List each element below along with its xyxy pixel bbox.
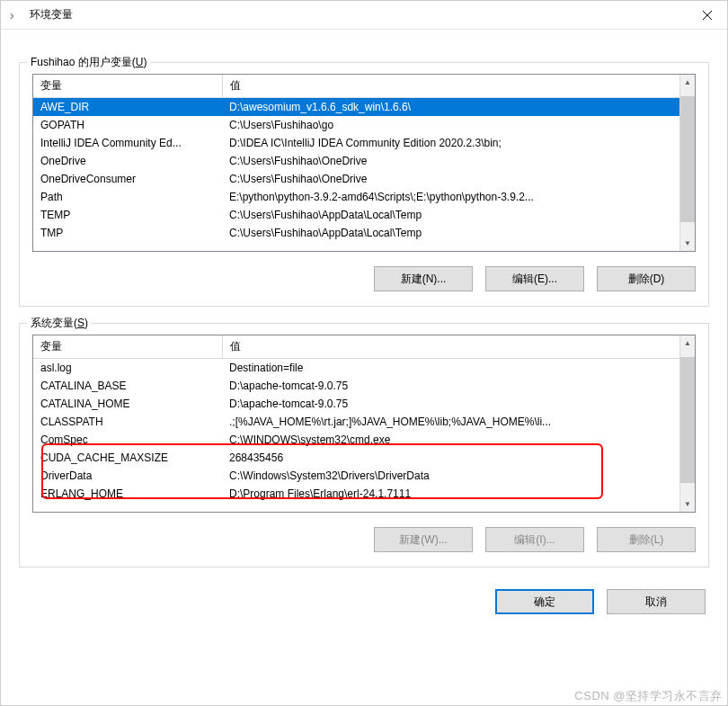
titlebar: › 环境变量 — [1, 1, 727, 30]
cell-var: TMP — [33, 224, 222, 242]
sys-col-var[interactable]: 变量 — [33, 335, 222, 359]
cell-val: D:\awesomium_v1.6.6_sdk_win\1.6.6\ — [222, 98, 679, 117]
scroll-down-icon[interactable]: ▼ — [680, 496, 695, 512]
cell-val: .;[%JAVA_HOME%\rt.jar;]%JAVA_HOME%\lib;%… — [222, 413, 679, 431]
cell-var: ERLANG_HOME — [33, 485, 222, 503]
cell-val: C:\Windows\System32\Drivers\DriverData — [222, 467, 679, 485]
table-row[interactable]: CLASSPATH.;[%JAVA_HOME%\rt.jar;]%JAVA_HO… — [33, 413, 679, 431]
cell-var: CUDA_CACHE_MAXSIZE — [33, 449, 222, 467]
scroll-thumb[interactable] — [680, 96, 695, 222]
table-row[interactable]: OneDriveC:\Users\Fushihao\OneDrive — [33, 152, 679, 170]
table-row[interactable]: DriverDataC:\Windows\System32\Drivers\Dr… — [33, 467, 679, 485]
cell-var: TEMP — [33, 206, 222, 224]
user-vars-table-scroll[interactable]: 变量 值 AWE_DIRD:\awesomium_v1.6.6_sdk_win\… — [33, 75, 679, 251]
cell-var: OneDrive — [33, 152, 222, 170]
cell-var: GOPATH — [33, 116, 222, 134]
table-row[interactable]: PathE:\python\python-3.9.2-amd64\Scripts… — [33, 188, 679, 206]
table-row[interactable]: asl.logDestination=file — [33, 359, 679, 378]
user-vars-group: Fushihao 的用户变量(U) 变量 值 AWE_DIRD:\awesomi… — [19, 62, 709, 307]
cell-var: Path — [33, 188, 222, 206]
table-row[interactable]: OneDriveConsumerC:\Users\Fushihao\OneDri… — [33, 170, 679, 188]
cancel-button[interactable]: 取消 — [607, 589, 706, 614]
user-buttons: 新建(N)... 编辑(E)... 删除(D) — [32, 266, 696, 291]
cell-val: Destination=file — [222, 359, 679, 378]
scroll-down-icon[interactable]: ▼ — [680, 236, 695, 251]
cell-val: D:\Program Files\Erlang\erl-24.1.7111 — [222, 485, 679, 503]
cell-var: CATALINA_BASE — [33, 377, 222, 395]
table-row[interactable]: CATALINA_BASED:\apache-tomcat-9.0.75 — [33, 377, 679, 395]
cell-var: asl.log — [33, 359, 222, 378]
cell-var: OneDriveConsumer — [33, 170, 222, 188]
cell-val: E:\python\python-3.9.2-amd64\Scripts\;E:… — [222, 188, 679, 206]
window-title: 环境变量 — [30, 7, 73, 22]
cell-val: 268435456 — [222, 449, 679, 467]
sys-vars-table-scroll[interactable]: 变量 值 asl.logDestination=fileCATALINA_BAS… — [33, 335, 679, 512]
sys-vars-table-wrap: 变量 值 asl.logDestination=fileCATALINA_BAS… — [32, 335, 696, 513]
table-row[interactable]: ERLANG_HOMED:\Program Files\Erlang\erl-2… — [33, 485, 679, 503]
cell-val: D:\IDEA IC\IntelliJ IDEA Community Editi… — [222, 134, 679, 152]
ok-button[interactable]: 确定 — [495, 589, 594, 614]
sys-buttons: 新建(W)... 编辑(I)... 删除(L) — [32, 527, 696, 552]
cell-var: ComSpec — [33, 431, 222, 449]
user-vars-label: Fushihao 的用户变量(U) — [27, 55, 150, 70]
cell-val: C:\Users\Fushihao\OneDrive — [222, 170, 679, 188]
user-new-button[interactable]: 新建(N)... — [374, 266, 473, 291]
close-button[interactable] — [687, 1, 727, 30]
table-row[interactable]: TEMPC:\Users\Fushihao\AppData\Local\Temp — [33, 206, 679, 224]
close-icon — [703, 11, 712, 20]
cell-val: C:\WINDOWS\system32\cmd.exe — [222, 431, 679, 449]
cell-val: D:\apache-tomcat-9.0.75 — [222, 395, 679, 413]
cell-val: C:\Users\Fushihao\OneDrive — [222, 152, 679, 170]
cell-var: CATALINA_HOME — [33, 395, 222, 413]
cell-val: C:\Users\Fushihao\AppData\Local\Temp — [222, 206, 679, 224]
user-delete-button[interactable]: 删除(D) — [597, 266, 696, 291]
sys-col-val[interactable]: 值 — [222, 335, 679, 359]
cell-var: CLASSPATH — [33, 413, 222, 431]
sys-edit-button[interactable]: 编辑(I)... — [485, 527, 584, 552]
table-row[interactable]: CUDA_CACHE_MAXSIZE268435456 — [33, 449, 679, 467]
table-row[interactable]: GOPATHC:\Users\Fushihao\go — [33, 116, 679, 134]
sys-vars-label: 系统变量(S) — [27, 316, 92, 331]
sys-delete-button[interactable]: 删除(L) — [597, 527, 696, 552]
cell-val: D:\apache-tomcat-9.0.75 — [222, 377, 679, 395]
table-row[interactable]: CATALINA_HOMED:\apache-tomcat-9.0.75 — [33, 395, 679, 413]
table-row[interactable]: TMPC:\Users\Fushihao\AppData\Local\Temp — [33, 224, 679, 242]
sys-new-button[interactable]: 新建(W)... — [374, 527, 473, 552]
footer-buttons: 确定 取消 — [19, 589, 709, 614]
sys-vars-group: 系统变量(S) 变量 值 asl.logDestination=fileCATA… — [19, 323, 709, 567]
back-arrow-icon: › — [10, 8, 24, 22]
table-row[interactable]: IntelliJ IDEA Community Ed...D:\IDEA IC\… — [33, 134, 679, 152]
cell-var: AWE_DIR — [33, 98, 222, 117]
cell-val: C:\Users\Fushihao\go — [222, 116, 679, 134]
env-vars-dialog: › 环境变量 Fushihao 的用户变量(U) 变量 值 — [0, 0, 728, 706]
cell-val: C:\Users\Fushihao\AppData\Local\Temp — [222, 224, 679, 242]
dialog-content: Fushihao 的用户变量(U) 变量 值 AWE_DIRD:\awesomi… — [1, 30, 727, 705]
user-col-var[interactable]: 变量 — [33, 75, 222, 98]
scroll-thumb[interactable] — [680, 357, 695, 483]
cell-var: DriverData — [33, 467, 222, 485]
cell-var: IntelliJ IDEA Community Ed... — [33, 134, 222, 152]
user-edit-button[interactable]: 编辑(E)... — [485, 266, 584, 291]
scroll-up-icon[interactable]: ▲ — [680, 335, 695, 351]
user-vars-table: 变量 值 AWE_DIRD:\awesomium_v1.6.6_sdk_win\… — [33, 75, 679, 242]
user-col-val[interactable]: 值 — [222, 75, 679, 98]
table-row[interactable]: ComSpecC:\WINDOWS\system32\cmd.exe — [33, 431, 679, 449]
user-vars-table-wrap: 变量 值 AWE_DIRD:\awesomium_v1.6.6_sdk_win\… — [32, 74, 696, 252]
table-row[interactable]: AWE_DIRD:\awesomium_v1.6.6_sdk_win\1.6.6… — [33, 98, 679, 117]
scroll-up-icon[interactable]: ▲ — [680, 75, 695, 90]
sys-scrollbar[interactable]: ▲ ▼ — [679, 335, 695, 512]
user-scrollbar[interactable]: ▲ ▼ — [679, 75, 695, 251]
sys-vars-table: 变量 值 asl.logDestination=fileCATALINA_BAS… — [33, 335, 679, 503]
